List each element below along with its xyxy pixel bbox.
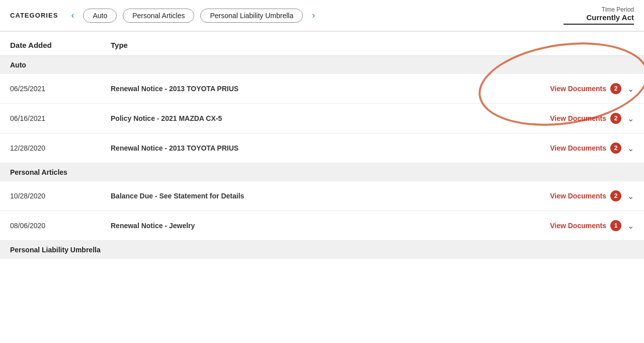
row-action: View Documents1⌄ <box>533 220 634 231</box>
row-type: Balance Due - See Statement for Details <box>111 192 533 200</box>
chevron-down-icon[interactable]: ⌄ <box>627 221 634 231</box>
nav-prev-button[interactable]: ‹ <box>68 9 77 22</box>
chevron-right-icon: › <box>312 10 315 21</box>
view-documents-link[interactable]: View Documents <box>550 222 606 230</box>
tab-personal-liability-umbrella[interactable]: Personal Liability Umbrella <box>200 9 303 23</box>
time-period-value: Currently Act <box>564 13 634 22</box>
document-count-badge: 1 <box>610 220 621 231</box>
section-header-personal-liability-umbrella: Personal Liability Umbrella <box>0 241 644 259</box>
row-date: 06/25/2021 <box>10 85 111 93</box>
table-body: Auto06/25/2021Renewal Notice - 2013 TOYO… <box>0 56 644 259</box>
document-count-badge: 2 <box>610 190 621 201</box>
row-type: Renewal Notice - 2013 TOYOTA PRIUS <box>111 144 533 152</box>
chevron-down-icon[interactable]: ⌄ <box>627 84 634 94</box>
tab-personal-articles[interactable]: Personal Articles <box>123 9 194 23</box>
table-row: 06/16/2021Policy Notice - 2021 MAZDA CX-… <box>0 104 644 133</box>
row-action: View Documents2⌄ <box>533 83 634 94</box>
col-date-header: Date Added <box>10 41 111 49</box>
row-date: 06/16/2021 <box>10 114 111 122</box>
table-row-wrapper: 12/28/2020Renewal Notice - 2013 TOYOTA P… <box>0 133 644 163</box>
col-type-header: Type <box>111 41 533 49</box>
table-row-wrapper: 08/06/2020Renewal Notice - JewelryView D… <box>0 211 644 241</box>
section-header-personal-articles: Personal Articles <box>0 163 644 181</box>
row-action: View Documents2⌄ <box>533 113 634 124</box>
table-row-wrapper: 06/16/2021Policy Notice - 2021 MAZDA CX-… <box>0 104 644 133</box>
view-documents-link[interactable]: View Documents <box>550 85 606 93</box>
row-type: Policy Notice - 2021 MAZDA CX-5 <box>111 114 533 122</box>
table-row: 12/28/2020Renewal Notice - 2013 TOYOTA P… <box>0 133 644 163</box>
view-documents-link[interactable]: View Documents <box>550 144 606 152</box>
row-date: 10/28/2020 <box>10 192 111 200</box>
chevron-down-icon[interactable]: ⌄ <box>627 191 634 201</box>
row-action: View Documents2⌄ <box>533 190 634 201</box>
chevron-down-icon[interactable]: ⌄ <box>627 144 634 153</box>
top-navigation-bar: CATEGORIES ‹ Auto Personal Articles Pers… <box>0 0 644 31</box>
nav-next-button[interactable]: › <box>309 9 318 22</box>
chevron-left-icon: ‹ <box>71 10 74 21</box>
row-date: 08/06/2020 <box>10 222 111 230</box>
document-count-badge: 2 <box>610 113 621 124</box>
table-row-wrapper: 10/28/2020Balance Due - See Statement fo… <box>0 181 644 211</box>
row-type: Renewal Notice - Jewelry <box>111 222 533 230</box>
table-row: 08/06/2020Renewal Notice - JewelryView D… <box>0 211 644 241</box>
row-type: Renewal Notice - 2013 TOYOTA PRIUS <box>111 85 533 93</box>
time-period-selector[interactable]: Time Period Currently Act <box>564 6 634 25</box>
time-period-label: Time Period <box>564 6 634 13</box>
document-count-badge: 2 <box>610 143 621 154</box>
table-row-wrapper: 06/25/2021Renewal Notice - 2013 TOYOTA P… <box>0 74 644 104</box>
table-header: Date Added Type <box>0 32 644 56</box>
categories-label: CATEGORIES <box>10 12 58 19</box>
table-row: 06/25/2021Renewal Notice - 2013 TOYOTA P… <box>0 74 644 104</box>
row-action: View Documents2⌄ <box>533 143 634 154</box>
view-documents-link[interactable]: View Documents <box>550 114 606 122</box>
section-header-auto: Auto <box>0 56 644 74</box>
view-documents-link[interactable]: View Documents <box>550 192 606 200</box>
document-count-badge: 2 <box>610 83 621 94</box>
tab-auto[interactable]: Auto <box>83 9 117 23</box>
row-date: 12/28/2020 <box>10 144 111 152</box>
table-row: 10/28/2020Balance Due - See Statement fo… <box>0 181 644 211</box>
chevron-down-icon[interactable]: ⌄ <box>627 114 634 123</box>
